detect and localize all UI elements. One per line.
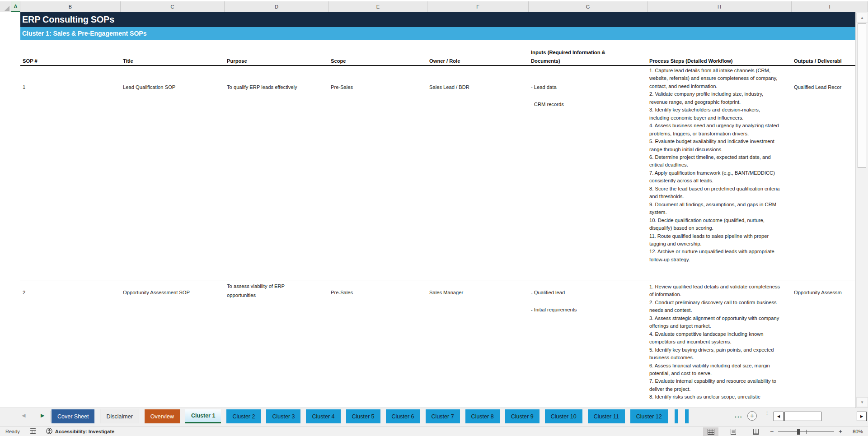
header-title: Title: [123, 57, 222, 65]
zoom-in-icon[interactable]: +: [838, 428, 843, 435]
cell-input-item: - CRM records: [531, 101, 564, 108]
sheet-tab-cluster-11[interactable]: Cluster 11: [588, 409, 625, 423]
vertical-scrollbar[interactable]: ▲ ▼: [855, 12, 868, 408]
tab-nav-right-icon[interactable]: ▶: [41, 413, 44, 418]
column-header-F[interactable]: F: [427, 1, 529, 12]
normal-view-icon[interactable]: [703, 427, 718, 436]
zoom-level[interactable]: 80%: [848, 429, 863, 434]
cell-process-steps: 1. Capture lead details from all intake …: [649, 67, 780, 264]
accessibility-status[interactable]: Accessibility: Investigate: [46, 428, 114, 435]
sheet-tab-cluster-3[interactable]: Cluster 3: [266, 409, 300, 423]
scroll-down-icon[interactable]: ▼: [856, 397, 868, 407]
sheet-tab-cluster-4[interactable]: Cluster 4: [306, 409, 340, 423]
sheet-tab-cluster-9[interactable]: Cluster 9: [505, 409, 540, 423]
sheet-tab-overview[interactable]: Overview: [145, 409, 180, 423]
cell-sop-num: 2: [23, 289, 25, 297]
header-purpose: Purpose: [227, 57, 326, 65]
cell-process-steps: 1. Review qualified lead details and val…: [649, 283, 780, 401]
accessibility-icon: [46, 428, 52, 435]
sheet-tab-cover-sheet[interactable]: Cover Sheet: [52, 409, 94, 423]
header-inputs: Inputs (Required Information & Documents…: [531, 48, 621, 65]
header-owner-role: Owner / Role: [429, 57, 526, 65]
cell-scope: Pre-Sales: [331, 83, 353, 91]
hscroll-left-icon[interactable]: ◀: [774, 412, 784, 421]
column-header-D[interactable]: D: [225, 1, 329, 12]
header-sop-num: SOP #: [23, 57, 113, 65]
sheet-tab-cluster-5[interactable]: Cluster 5: [346, 409, 380, 423]
sheet-tab-cluster-2[interactable]: Cluster 2: [226, 409, 261, 423]
sheet-tab-bar: ◀ ▶ Cover SheetDisclaimerOverviewCluster…: [0, 408, 868, 427]
sheet-tab-cluster-7[interactable]: Cluster 7: [426, 409, 460, 423]
sheet-tab-cluster-1[interactable]: Cluster 1: [185, 409, 221, 423]
column-header-E[interactable]: E: [329, 1, 427, 12]
column-header-B[interactable]: B: [20, 1, 121, 12]
column-header-C[interactable]: C: [121, 1, 225, 12]
vertical-scrollbar-thumb[interactable]: [858, 23, 866, 168]
sheet-tab-cluster-10[interactable]: Cluster 10: [545, 409, 582, 423]
cell-output: Qualified Lead Recor: [794, 83, 854, 91]
cell-purpose: To assess viability of ERP opportunities: [227, 282, 295, 300]
more-tabs-icon[interactable]: ...: [735, 412, 743, 419]
add-sheet-icon[interactable]: +: [747, 411, 757, 421]
sheet-grid[interactable]: ERP Consulting SOPs Cluster 1: Sales & P…: [0, 12, 855, 408]
scroll-up-icon[interactable]: ▲: [856, 13, 868, 23]
status-mode: Ready: [5, 429, 20, 434]
sheet-tab-cluster-8[interactable]: Cluster 8: [465, 409, 500, 423]
column-header-G[interactable]: G: [529, 1, 647, 12]
cell-sop-num: 1: [23, 83, 25, 91]
horizontal-scrollbar-thumb[interactable]: [784, 412, 821, 421]
header-scope: Scope: [331, 57, 426, 65]
header-outputs: Outputs / Deliverabl: [794, 57, 854, 65]
sheet-title-banner: ERP Consulting SOPs: [20, 12, 855, 27]
cell-input-item: - Lead data: [531, 83, 557, 91]
column-header-strip: ABCDEFGHI: [0, 1, 868, 12]
partial-sheet-tab[interactable]: [675, 409, 678, 423]
header-process-steps: Process Steps (Detailed Workflow): [649, 57, 789, 65]
partial-sheet-tab[interactable]: [685, 409, 689, 423]
cell-input-item: - Initial requirements: [531, 306, 577, 314]
macro-record-icon[interactable]: [30, 428, 36, 435]
cell-title: Opportunity Assessment SOP: [123, 289, 190, 297]
tab-nav-left-icon[interactable]: ◀: [22, 413, 25, 418]
column-header-I[interactable]: I: [792, 1, 868, 12]
cell-purpose: To qualify ERP leads effectively: [227, 83, 297, 91]
select-all-icon: [5, 6, 9, 11]
record-separator: [20, 280, 855, 280]
cell-input-item: - Qualified lead: [531, 289, 565, 297]
cluster-subtitle-banner: Cluster 1: Sales & Pre-Engagement SOPs: [20, 27, 855, 40]
cell-title: Lead Qualification SOP: [123, 83, 175, 91]
page-break-view-icon[interactable]: [748, 427, 764, 436]
cell-scope: Pre-Sales: [331, 289, 353, 297]
hscroll-right-icon[interactable]: ▶: [857, 412, 867, 421]
zoom-slider-center-tick: [806, 430, 807, 434]
zoom-slider[interactable]: [778, 427, 834, 436]
select-all-button[interactable]: [0, 1, 11, 12]
sheet-tab-cluster-6[interactable]: Cluster 6: [386, 409, 420, 423]
cell-owner: Sales Manager: [429, 289, 463, 297]
sheet-tab-cluster-12[interactable]: Cluster 12: [630, 409, 668, 423]
column-header-H[interactable]: H: [647, 1, 792, 12]
excel-window: ABCDEFGHI 234567891011121314151617181920…: [0, 0, 868, 436]
sheet-tab-disclaimer[interactable]: Disclaimer: [100, 409, 139, 423]
zoom-slider-thumb[interactable]: [797, 429, 800, 435]
cell-owner: Sales Lead / BDR: [429, 83, 469, 91]
cell-output: Opportunity Assessm: [794, 289, 854, 297]
status-bar: Ready Accessibility: Investigate: [0, 427, 868, 436]
page-layout-view-icon[interactable]: [726, 427, 741, 436]
zoom-out-icon[interactable]: −: [769, 428, 774, 435]
sheet-tabs: Cover SheetDisclaimerOverviewCluster 1Cl…: [52, 409, 689, 423]
column-header-A[interactable]: A: [11, 1, 20, 12]
tab-divider: [51, 411, 51, 422]
tabbar-grip-icon[interactable]: ⋮: [765, 411, 768, 414]
header-underline: [20, 65, 855, 66]
